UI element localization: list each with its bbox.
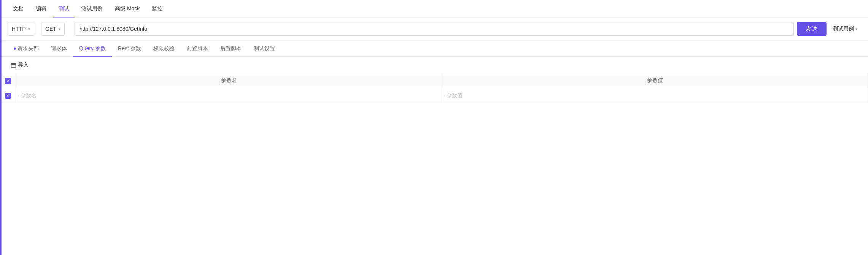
test-case-chevron: ▾	[855, 27, 857, 31]
url-bar: HTTP ▾ GET ▾ 发送 测试用例 ▾	[0, 17, 868, 41]
nav-item-edit[interactable]: 编辑	[30, 0, 52, 17]
method-select-btn[interactable]: GET ▾	[41, 22, 65, 36]
sub-tab-label-rest-params: Rest 参数	[118, 45, 141, 52]
row-name-input-0[interactable]	[21, 92, 437, 98]
sub-tabs: 请求头部请求体Query 参数Rest 参数权限校验前置脚本后置脚本测试设置	[0, 41, 868, 57]
nav-item-advanced-mock[interactable]: 高级 Mock	[110, 0, 145, 17]
test-case-button[interactable]: 测试用例 ▾	[830, 22, 860, 36]
params-table-header: 参数名 参数值	[0, 73, 868, 88]
header-value-col: 参数值	[442, 73, 868, 88]
method-chevron: ▾	[59, 27, 60, 31]
sub-tab-rest-params[interactable]: Rest 参数	[112, 41, 147, 57]
row-checkbox-0[interactable]	[5, 93, 11, 99]
method-label: GET	[45, 26, 56, 32]
sub-tab-label-pre-script: 前置脚本	[187, 45, 208, 52]
row-checkbox-cell-0	[0, 88, 16, 103]
row-name-cell-0	[16, 88, 442, 103]
row-value-cell-0	[442, 88, 868, 103]
params-table: 参数名 参数值	[0, 73, 868, 103]
url-input[interactable]	[75, 22, 794, 36]
sub-tab-label-request-header: 请求头部	[17, 45, 39, 52]
protocol-label: HTTP	[12, 26, 26, 32]
nav-item-test[interactable]: 测试	[53, 0, 75, 17]
sub-tab-label-request-body: 请求体	[51, 45, 67, 52]
sub-tab-label-auth: 权限校验	[153, 45, 175, 52]
nav-item-test-cases[interactable]: 测试用例	[76, 0, 108, 17]
import-icon: ⬒	[11, 61, 16, 68]
protocol-selector[interactable]: HTTP ▾	[8, 22, 38, 36]
toolbar: ⬒ 导入	[0, 57, 868, 73]
sub-tab-request-header[interactable]: 请求头部	[8, 41, 45, 57]
sub-tab-test-settings[interactable]: 测试设置	[248, 41, 281, 57]
import-label: 导入	[18, 62, 29, 68]
left-accent-bar	[0, 0, 2, 103]
header-checkbox-col	[0, 73, 16, 88]
sub-tab-request-body[interactable]: 请求体	[45, 41, 73, 57]
sub-tab-query-params[interactable]: Query 参数	[73, 41, 112, 57]
sub-tab-auth[interactable]: 权限校验	[147, 41, 181, 57]
top-nav: 文档编辑测试测试用例高级 Mock监控	[0, 0, 868, 17]
send-button[interactable]: 发送	[797, 22, 827, 36]
method-selector[interactable]: GET ▾	[41, 22, 72, 36]
sub-tab-label-query-params: Query 参数	[79, 45, 106, 52]
header-checkbox[interactable]	[5, 78, 11, 84]
nav-item-docs[interactable]: 文档	[8, 0, 29, 17]
protocol-select-btn[interactable]: HTTP ▾	[8, 22, 34, 36]
row-value-input-0[interactable]	[447, 92, 863, 98]
protocol-chevron: ▾	[28, 27, 30, 31]
table-row	[0, 88, 868, 103]
sub-tab-label-post-script: 后置脚本	[220, 45, 242, 52]
header-name-col: 参数名	[16, 73, 442, 88]
nav-item-monitor[interactable]: 监控	[146, 0, 168, 17]
sub-tab-pre-script[interactable]: 前置脚本	[181, 41, 214, 57]
tab-dot-request-header	[14, 48, 16, 50]
sub-tab-label-test-settings: 测试设置	[254, 45, 275, 52]
import-button[interactable]: ⬒ 导入	[8, 60, 32, 70]
sub-tab-post-script[interactable]: 后置脚本	[214, 41, 248, 57]
